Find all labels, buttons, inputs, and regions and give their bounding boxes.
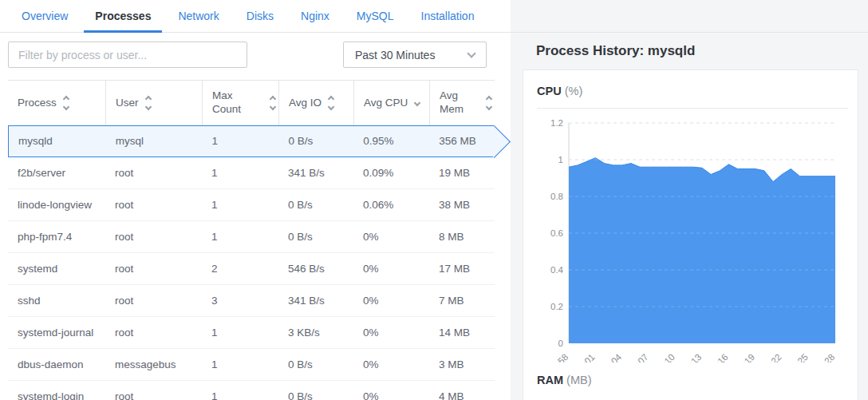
cell-avg_io: 0 B/s	[278, 355, 353, 374]
cell-avg_io: 341 B/s	[278, 164, 353, 183]
cell-avg_io: 0 B/s	[278, 132, 353, 151]
table-row-linode-longview[interactable]: linode-longviewroot10 B/s0.06%38 MB	[8, 189, 495, 221]
cell-user: root	[105, 196, 202, 215]
svg-text:0.6: 0.6	[550, 228, 563, 238]
table-header: ProcessUserMax CountAvg IOAvg CPUAvg Mem	[8, 80, 495, 126]
cell-process: systemd	[8, 259, 105, 279]
page: OverviewProcessesNetworkDisksNginxMySQLI…	[0, 0, 868, 400]
svg-text:0.2: 0.2	[550, 302, 563, 311]
svg-text:10:07: 10:07	[627, 352, 650, 362]
sort-icon	[487, 97, 491, 109]
column-label: Max Count	[212, 89, 263, 117]
processes-panel: OverviewProcessesNetworkDisksNginxMySQLI…	[0, 0, 511, 400]
table-body: mysqldmysql10 B/s0.95%356 MBf2b/serverro…	[8, 125, 495, 400]
cell-avg_io: 0 B/s	[278, 196, 353, 215]
process-filter-input[interactable]	[8, 42, 247, 68]
cell-max_count: 1	[202, 323, 278, 343]
cell-avg_cpu: 0.06%	[353, 196, 429, 215]
svg-text:10:19: 10:19	[733, 352, 756, 362]
column-header-process[interactable]: Process	[8, 81, 105, 125]
cell-avg_io: 0 B/s	[278, 387, 353, 400]
cell-max_count: 1	[202, 164, 278, 183]
svg-text:0: 0	[558, 339, 563, 348]
svg-text:10:01: 10:01	[574, 352, 597, 362]
table-row-f2b/server[interactable]: f2b/serverroot1341 B/s0.09%19 MB	[8, 157, 495, 189]
cell-process: dbus-daemon	[8, 355, 105, 374]
column-label: Avg Mem	[440, 89, 479, 117]
svg-text:10:04: 10:04	[600, 352, 623, 362]
tab-processes[interactable]: Processes	[84, 0, 162, 32]
column-header-max-count[interactable]: Max Count	[202, 81, 278, 125]
cell-max_count: 3	[202, 291, 278, 311]
tab-nginx[interactable]: Nginx	[290, 0, 341, 32]
column-label: User	[116, 97, 139, 110]
ram-chart-title: RAM (MB)	[537, 374, 848, 386]
svg-text:10:10: 10:10	[653, 352, 677, 362]
cell-avg_cpu: 0%	[353, 323, 429, 343]
cpu-area-chart: 00.20.40.60.811.209:5810:0110:0410:0710:…	[537, 112, 848, 366]
cell-user: root	[105, 228, 202, 247]
column-label: Avg CPU	[364, 97, 408, 110]
cell-user: root	[105, 387, 202, 400]
sort-icon	[64, 97, 69, 109]
tab-network[interactable]: Network	[167, 0, 230, 32]
table-row-systemd[interactable]: systemdroot2546 B/s0%17 MB	[8, 253, 495, 285]
process-table: ProcessUserMax CountAvg IOAvg CPUAvg Mem…	[8, 80, 495, 400]
cell-max_count: 1	[203, 132, 279, 151]
svg-text:0.4: 0.4	[550, 265, 564, 275]
table-row-mysqld[interactable]: mysqldmysql10 B/s0.95%356 MB	[8, 125, 495, 157]
table-row-systemd-journal[interactable]: systemd-journalroot13 KB/s0%14 MB	[8, 317, 495, 349]
svg-text:09:58: 09:58	[547, 352, 570, 362]
cell-avg_io: 0 B/s	[278, 228, 353, 247]
cell-process: f2b/server	[8, 164, 105, 183]
cell-avg_cpu: 0%	[353, 228, 429, 247]
sort-icon	[146, 97, 151, 109]
cell-avg_io: 546 B/s	[278, 259, 353, 279]
cell-process: linode-longview	[8, 196, 105, 215]
cpu-label: CPU	[537, 85, 562, 97]
cell-avg_mem: 8 MB	[429, 228, 495, 247]
table-row-systemd-login[interactable]: systemd-loginroot10 B/s0%4 MB	[8, 381, 495, 400]
cell-process: systemd-login	[8, 387, 105, 400]
tab-disks[interactable]: Disks	[235, 0, 285, 32]
cell-avg_mem: 14 MB	[429, 323, 495, 343]
sort-desc-icon	[415, 101, 420, 105]
tab-installation[interactable]: Installation	[410, 0, 486, 32]
table-row-sshd[interactable]: sshdroot3341 B/s0%7 MB	[8, 285, 495, 317]
cell-avg_cpu: 0%	[353, 387, 429, 400]
table-row-dbus-daemon[interactable]: dbus-daemonmessagebus10 B/s0%3 MB	[8, 349, 495, 381]
cell-user: root	[105, 164, 202, 183]
column-label: Process	[18, 97, 57, 110]
cell-avg_cpu: 0.09%	[353, 164, 429, 183]
time-range-select[interactable]: Past 30 Minutes	[343, 42, 487, 68]
sort-icon	[329, 97, 333, 109]
cell-user: mysql	[106, 132, 203, 151]
cell-avg_mem: 7 MB	[429, 291, 495, 311]
svg-text:10:13: 10:13	[681, 352, 704, 362]
column-header-avg-cpu[interactable]: Avg CPU	[353, 81, 429, 125]
svg-text:0.8: 0.8	[550, 192, 563, 201]
svg-text:1: 1	[558, 155, 563, 164]
ram-unit-label: (MB)	[566, 374, 591, 386]
column-header-avg-io[interactable]: Avg IO	[278, 81, 353, 125]
svg-text:10:28: 10:28	[814, 352, 837, 362]
svg-text:10:22: 10:22	[760, 352, 783, 362]
process-history-title: Process History: mysqld	[536, 43, 868, 59]
sort-icon	[270, 97, 275, 109]
svg-text:10:25: 10:25	[787, 352, 810, 362]
tab-overview[interactable]: Overview	[10, 0, 79, 32]
cell-max_count: 1	[202, 387, 278, 400]
cell-avg_cpu: 0%	[353, 291, 429, 311]
cell-avg_io: 3 KB/s	[278, 323, 353, 343]
cell-max_count: 1	[202, 228, 278, 247]
column-header-user[interactable]: User	[105, 81, 202, 125]
cell-process: sshd	[8, 291, 105, 311]
cell-avg_mem: 3 MB	[429, 355, 495, 374]
column-header-avg-mem[interactable]: Avg Mem	[429, 81, 495, 125]
cell-process: systemd-journal	[8, 323, 105, 343]
cell-user: root	[105, 259, 202, 279]
table-row-php-fpm7.4[interactable]: php-fpm7.4root10 B/s0%8 MB	[8, 221, 495, 253]
cell-user: root	[105, 291, 202, 311]
cell-max_count: 1	[202, 355, 278, 374]
tab-mysql[interactable]: MySQL	[345, 0, 405, 32]
